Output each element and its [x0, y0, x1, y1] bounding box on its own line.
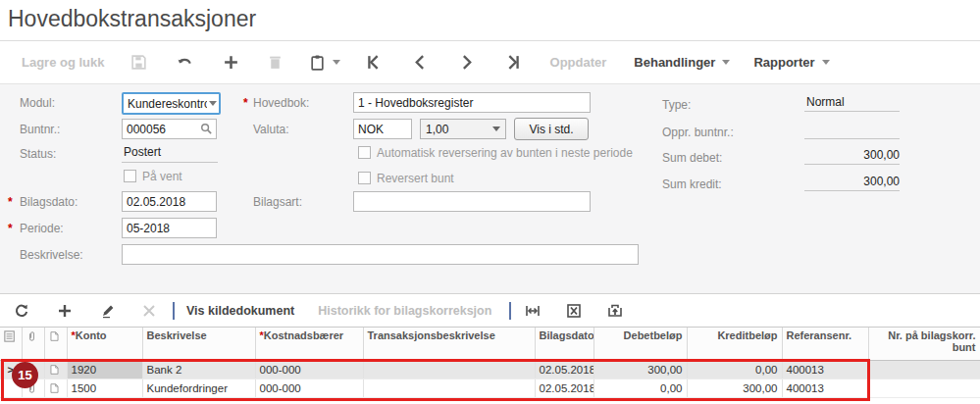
vis-i-std-button[interactable]: Vis i std.: [514, 118, 589, 140]
reversert-bunt-checkbox[interactable]: [358, 172, 371, 184]
modul-combo[interactable]: Kundereskontro: [122, 92, 221, 115]
historikk-button[interactable]: Historikk for bilagskorreksjon: [318, 304, 491, 318]
note-icon: [49, 363, 63, 377]
note-icon: [49, 329, 63, 343]
add-row-icon[interactable]: [57, 303, 73, 319]
actions-menu-button[interactable]: Behandlinger: [634, 55, 715, 70]
toolbar-divider: [509, 302, 511, 320]
grid-settings-header[interactable]: [0, 328, 22, 360]
add-icon[interactable]: [223, 54, 239, 71]
refresh-button[interactable]: Oppdater: [550, 55, 607, 70]
column-header-konto[interactable]: *Konto: [67, 328, 142, 360]
cell-transaksjonsbeskrivelse[interactable]: [363, 360, 535, 379]
paa-vent-label: På vent: [142, 170, 182, 183]
column-header-beskrivelse[interactable]: Beskrivelse: [142, 328, 255, 360]
go-first-icon[interactable]: [366, 54, 383, 71]
cell-debetbelop[interactable]: 0,00: [593, 379, 687, 397]
paa-vent-checkbox[interactable]: [124, 170, 136, 182]
search-icon[interactable]: [200, 123, 213, 135]
sum-debet-label: Sum debet:: [662, 151, 722, 165]
table-row[interactable]: > 1920 Bank 2 000-000 02.05.2018 300,00 …: [0, 360, 980, 379]
paperclip-icon: [26, 329, 40, 343]
auto-reversering-checkbox[interactable]: [358, 146, 371, 159]
column-header-korr-bunt[interactable]: Nr. på bilagskorr. bunt: [868, 328, 980, 360]
cell-kreditbelop[interactable]: 300,00: [687, 379, 782, 397]
save-and-close-button[interactable]: Lagre og lukk: [22, 55, 105, 70]
hovedbok-label: Hovedbok:: [253, 96, 309, 110]
valuta-rate-select[interactable]: 1,00: [420, 119, 506, 139]
cell-korr-bunt[interactable]: [868, 379, 980, 397]
chevron-down-icon: [209, 101, 217, 106]
hovedbok-input[interactable]: [353, 92, 591, 113]
grid-settings-icon: [4, 329, 18, 343]
notes-column-header[interactable]: [44, 328, 67, 360]
beskrivelse-input[interactable]: [122, 244, 639, 265]
vis-kildedokument-button[interactable]: Vis kildedokument: [186, 304, 294, 318]
reports-menu-button[interactable]: Rapporter: [753, 55, 814, 70]
row-note-cell[interactable]: [44, 360, 67, 379]
reversert-bunt-label: Reversert bunt: [377, 172, 454, 185]
cell-bilagsdato[interactable]: 02.05.2018: [535, 360, 593, 379]
status-label: Status:: [20, 147, 56, 161]
export-excel-icon[interactable]: [566, 303, 582, 319]
save-icon[interactable]: [130, 54, 147, 71]
batch-summary-form: Modul: Kundereskontro Buntnr.: Status: P…: [0, 83, 980, 294]
bilagsart-input[interactable]: [353, 191, 591, 212]
cell-beskrivelse[interactable]: Kundefordringer: [142, 379, 255, 397]
bilagsdato-label: Bilagsdato:: [20, 195, 77, 209]
sum-kredit-label: Sum kredit:: [662, 177, 722, 191]
column-header-debetbelop[interactable]: Debetbeløp: [593, 328, 687, 360]
row-note-cell[interactable]: [44, 379, 67, 397]
upload-icon[interactable]: [607, 303, 623, 319]
cell-referansenr[interactable]: 400013: [782, 360, 868, 379]
chevron-down-icon: [492, 126, 500, 131]
modul-label: Modul:: [20, 96, 55, 110]
reports-menu-caret[interactable]: [822, 60, 830, 65]
bilagsdato-input[interactable]: [122, 191, 217, 212]
cell-bilagsdato[interactable]: 02.05.2018: [535, 379, 593, 397]
page-title: Hovedbokstransaksjoner: [8, 6, 256, 32]
periode-input[interactable]: [122, 218, 217, 238]
copy-paste-dropdown-caret[interactable]: [333, 60, 340, 65]
column-header-bilagsdato[interactable]: Bilagsdato: [535, 328, 593, 360]
cell-kostnadsbaerer[interactable]: 000-000: [255, 360, 363, 379]
grid-toolbar: Vis kildedokument Historikk for bilagsko…: [0, 294, 980, 328]
table-header-row: *Konto Beskrivelse *Kostnadsbærer Transa…: [0, 328, 980, 360]
cell-transaksjonsbeskrivelse[interactable]: [363, 379, 535, 397]
go-prev-icon[interactable]: [412, 54, 429, 71]
cell-referansenr[interactable]: 400013: [782, 379, 868, 397]
periode-label: Periode:: [20, 222, 64, 235]
auto-reversering-label: Automatisk reversering av bunten i neste…: [377, 146, 633, 160]
cell-kreditbelop[interactable]: 0,00: [687, 360, 782, 379]
cell-beskrivelse[interactable]: Bank 2: [142, 360, 255, 379]
valuta-currency-input[interactable]: [353, 119, 412, 139]
type-label: Type:: [662, 98, 691, 112]
edit-row-icon[interactable]: [100, 303, 116, 319]
main-toolbar: Lagre og lukk Oppdater Behandlinger Rapp…: [0, 41, 980, 83]
copy-paste-icon[interactable]: [309, 54, 326, 71]
beskrivelse-label: Beskrivelse:: [20, 248, 83, 262]
undo-icon[interactable]: [177, 54, 193, 71]
column-header-transaksjonsbeskrivelse[interactable]: Transaksjonsbeskrivelse: [363, 328, 535, 360]
column-header-kreditbelop[interactable]: Kreditbeløp: [687, 328, 782, 360]
column-header-kostnadsbaerer[interactable]: *Kostnadsbærer: [255, 328, 363, 360]
table-row[interactable]: 1500 Kundefordringer 000-000 02.05.2018 …: [0, 379, 980, 397]
go-next-icon[interactable]: [458, 54, 475, 71]
delete-row-icon[interactable]: [141, 303, 157, 319]
cell-konto[interactable]: 1920: [67, 360, 142, 379]
fit-width-icon[interactable]: [525, 303, 541, 319]
toolbar-divider: [173, 302, 175, 320]
cell-konto[interactable]: 1500: [67, 379, 142, 397]
column-header-referansenr[interactable]: Referansenr.: [782, 328, 868, 360]
delete-icon[interactable]: [267, 54, 284, 71]
actions-menu-caret[interactable]: [722, 60, 730, 65]
cell-kostnadsbaerer[interactable]: 000-000: [255, 379, 363, 397]
refresh-icon[interactable]: [14, 303, 29, 319]
valuta-label: Valuta:: [253, 123, 288, 136]
go-last-icon[interactable]: [504, 54, 521, 71]
bilagsart-label: Bilagsart:: [253, 195, 302, 209]
cell-debetbelop[interactable]: 300,00: [593, 360, 687, 379]
attachments-column-header[interactable]: [22, 328, 44, 360]
oppr-buntnr-label: Oppr. buntnr.:: [662, 126, 734, 139]
cell-korr-bunt[interactable]: [868, 360, 980, 379]
